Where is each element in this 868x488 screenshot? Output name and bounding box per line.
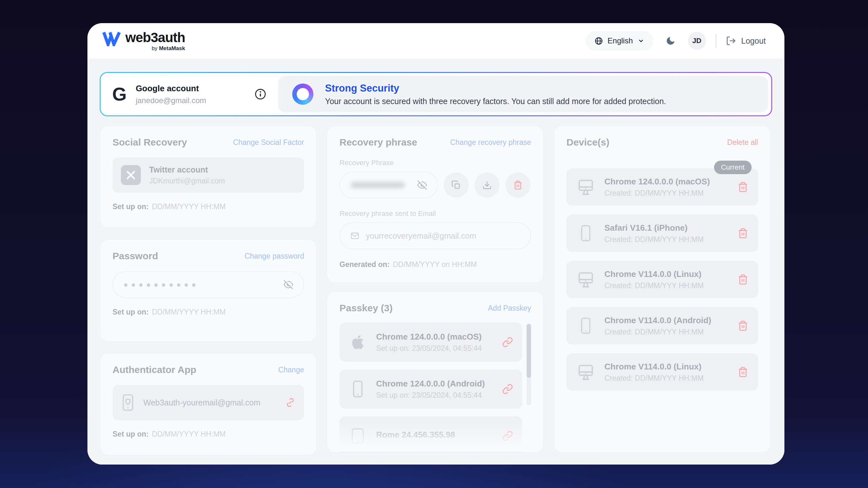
device-title: Chrome V114.0.0 (Linux) xyxy=(604,362,704,372)
link-icon[interactable] xyxy=(502,337,513,348)
password-masked-value: ●●●●●●●●●● xyxy=(123,280,199,289)
recovery-email-value: yourrecoveryemail@gmail.com xyxy=(366,231,476,240)
recovery-phrase-masked-value xyxy=(350,182,405,188)
passkey-row: Chrome 124.0.0.0 (Android) Set up on: 23… xyxy=(340,369,522,409)
change-recovery-phrase-link[interactable]: Change recovery phrase xyxy=(450,138,531,147)
recovery-phrase-card: Recovery phrase Change recovery phrase R… xyxy=(327,125,544,283)
info-icon[interactable] xyxy=(254,88,267,100)
trash-icon[interactable] xyxy=(738,320,748,331)
device-list: Current Chrome 124.0.0.0 (macOS) Created… xyxy=(566,168,758,391)
app-header: web3auth by MetaMask English xyxy=(88,23,784,59)
link-icon[interactable] xyxy=(502,384,513,394)
brand-byline: by MetaMask xyxy=(152,45,185,51)
authenticator-phone-icon xyxy=(121,393,135,412)
factor-item-title: Twitter account xyxy=(149,165,225,174)
google-logo: G xyxy=(112,85,127,103)
card-title: Social Recovery xyxy=(113,137,187,148)
device-title: Chrome V114.0.0 (Linux) xyxy=(604,269,704,279)
language-selector[interactable]: English xyxy=(586,31,653,50)
delete-all-link[interactable]: Delete all xyxy=(727,138,758,147)
change-password-link[interactable]: Change password xyxy=(245,252,304,261)
add-passkey-link[interactable]: Add Passkey xyxy=(488,304,531,313)
change-social-factor-link[interactable]: Change Social Factor xyxy=(233,138,304,147)
copy-button[interactable] xyxy=(444,172,469,198)
change-authenticator-link[interactable]: Change xyxy=(278,366,304,374)
setup-date: Set up on:DD/MM/YYYY HH:MM xyxy=(113,308,304,317)
page-body: G Google account janedoe@gmail.com Stro xyxy=(88,59,784,464)
device-subtitle: Created: DD/MM/YYY HH:MM xyxy=(604,235,704,244)
setup-date: Set up on:DD/MM/YYYY HH:MM xyxy=(113,430,304,438)
setup-date: Set up on:DD/MM/YYYY HH:MM xyxy=(113,202,304,211)
device-subtitle: Created: DD/MM/YYY HH:MM xyxy=(604,328,711,336)
device-subtitle: Created: DD/MM/YYY HH:MM xyxy=(604,189,710,198)
link-icon[interactable] xyxy=(502,430,513,442)
trash-icon[interactable] xyxy=(738,228,748,239)
card-title: Authenticator App xyxy=(113,364,196,375)
dark-mode-toggle[interactable] xyxy=(663,33,678,48)
authenticator-card: Authenticator App Change Web3auth-yourem… xyxy=(100,353,317,456)
trash-icon[interactable] xyxy=(738,366,748,378)
trash-icon[interactable] xyxy=(738,274,748,285)
passkey-row: Chrome 124.0.0.0 (macOS) Set up on: 23/0… xyxy=(340,323,522,362)
phone-icon xyxy=(348,380,367,398)
device-row: Safari V16.1 (iPhone) Created: DD/MM/YYY… xyxy=(566,215,758,252)
card-title: Recovery phrase xyxy=(340,137,417,148)
recovery-phrase-field[interactable] xyxy=(340,171,438,199)
security-status-banner: G Google account janedoe@gmail.com Stro xyxy=(100,72,772,116)
mail-icon xyxy=(350,231,360,240)
card-title: Device(s) xyxy=(566,137,609,148)
recovery-email-field[interactable]: yourrecoveryemail@gmail.com xyxy=(340,222,531,249)
authenticator-email: Web3auth-youremail@gmal.com xyxy=(144,398,260,408)
security-ring-icon xyxy=(292,84,313,105)
device-subtitle: Created: DD/MM/YYY HH:MM xyxy=(604,282,704,290)
security-level-title: Strong Security xyxy=(325,83,666,94)
card-title: Password xyxy=(113,251,158,261)
copy-icon xyxy=(452,180,461,190)
device-title: Chrome 124.0.0.0 (macOS) xyxy=(604,177,710,187)
eye-off-icon[interactable] xyxy=(417,180,427,190)
logout-button[interactable]: Logout xyxy=(726,36,766,46)
connected-account: G Google account janedoe@gmail.com xyxy=(101,73,278,115)
device-title: Safari V16.1 (iPhone) xyxy=(604,223,704,233)
passkey-title: Chrome 124.0.0.0 (Android) xyxy=(376,379,485,389)
account-email: janedoe@gmail.com xyxy=(136,96,206,105)
language-label: English xyxy=(608,36,633,45)
delete-phrase-button[interactable] xyxy=(505,172,530,198)
trash-icon[interactable] xyxy=(738,182,748,192)
security-level-description: Your account is secured with three recov… xyxy=(325,97,666,106)
scrollbar-track xyxy=(527,324,531,405)
password-field[interactable]: ●●●●●●●●●● xyxy=(113,271,304,298)
account-title: Google account xyxy=(136,84,206,94)
phone-icon xyxy=(576,225,595,242)
scrollbar-thumb[interactable] xyxy=(527,324,531,378)
phone-icon xyxy=(576,317,595,334)
avatar[interactable]: JD xyxy=(688,32,706,50)
card-title: Passkey (3) xyxy=(340,303,393,314)
desktop-icon xyxy=(576,364,595,380)
security-level: Strong Security Your account is secured … xyxy=(278,76,768,112)
eye-off-icon[interactable] xyxy=(283,280,293,289)
twitter-factor-item: Twitter account JDKmurthi@gmail.com xyxy=(113,157,304,193)
passkey-list: Chrome 124.0.0.0 (macOS) Set up on: 23/0… xyxy=(340,323,531,453)
unlink-icon[interactable] xyxy=(285,397,296,408)
app-window: web3auth by MetaMask English xyxy=(88,23,784,464)
brand-wordmark: web3auth xyxy=(125,31,185,44)
passkey-subtitle: Set up on: 23/05/2024, 04:55:44 xyxy=(376,391,485,400)
tablet-icon xyxy=(348,428,367,444)
passkey-title: Chrome 124.0.0.0 (macOS) xyxy=(376,332,482,342)
device-row: Chrome V114.0.0 (Linux) Created: DD/MM/Y… xyxy=(566,353,758,391)
chevron-down-icon xyxy=(638,37,645,44)
passkey-title: Rome 24.456.355.98 xyxy=(376,430,455,440)
passkey-subtitle: Set up on: 23/05/2024, 04:55:44 xyxy=(376,344,482,353)
trash-icon xyxy=(513,180,523,190)
desktop-icon xyxy=(576,271,595,288)
globe-icon xyxy=(594,37,603,45)
password-card: Password Change password ●●●●●●●●●● Se xyxy=(100,239,317,342)
x-twitter-icon xyxy=(121,165,141,185)
moon-icon xyxy=(665,36,676,46)
logout-label: Logout xyxy=(741,36,766,45)
authenticator-item: Web3auth-youremail@gmal.com xyxy=(113,385,304,420)
device-title: Chrome V114.0.0 (Android) xyxy=(604,316,711,325)
page-background: web3auth by MetaMask English xyxy=(0,0,868,488)
download-button[interactable] xyxy=(474,172,500,198)
